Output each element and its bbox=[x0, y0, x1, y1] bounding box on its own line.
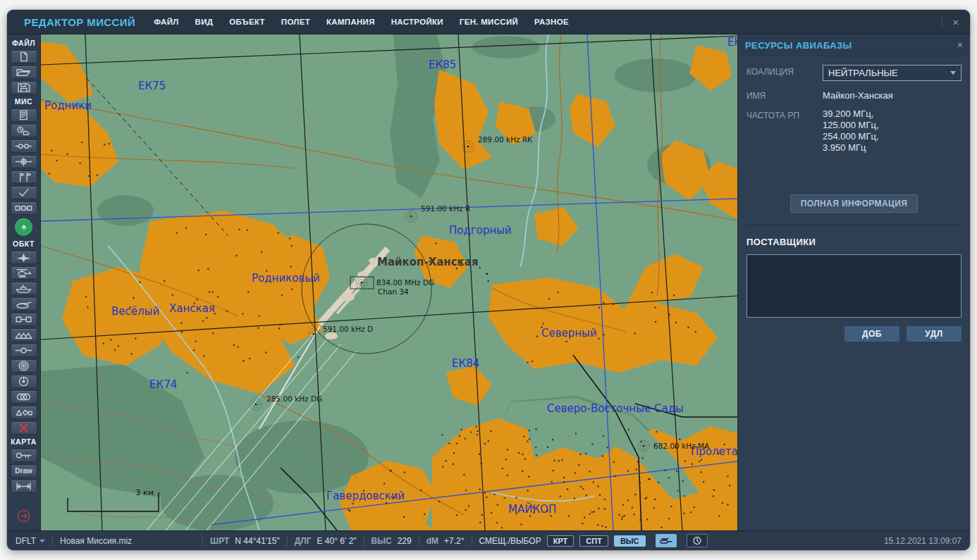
delete-object-button[interactable] bbox=[11, 421, 37, 435]
save-mission-button[interactable] bbox=[11, 81, 37, 94]
menu-misc[interactable]: РАЗНОЕ bbox=[534, 18, 569, 26]
add-ship-button[interactable] bbox=[11, 282, 37, 295]
static-objects-icon bbox=[14, 314, 33, 325]
remove-supplier-button[interactable]: УДЛ bbox=[907, 326, 961, 342]
open-mission-button[interactable] bbox=[11, 66, 37, 79]
profile-selector[interactable]: DFLT bbox=[16, 536, 45, 546]
briefing-button[interactable] bbox=[11, 108, 37, 122]
open-folder-icon bbox=[14, 67, 33, 77]
longitude-label: ДЛГ bbox=[295, 536, 312, 546]
status-bar: DFLT Новая Миссия.miz ШРТ N 44°41'15" ДЛ… bbox=[7, 530, 970, 550]
weather-button[interactable] bbox=[11, 124, 37, 137]
altitude-value: 229 bbox=[398, 536, 412, 546]
top-menu-bar: РЕДАКТОР МИССИЙ ФАЙЛ ВИД ОБЪЕКТ ПОЛЕТ КА… bbox=[7, 10, 970, 35]
add-static-object-button[interactable] bbox=[11, 313, 37, 326]
units-visibility-button[interactable] bbox=[656, 534, 677, 547]
map-label: ЕК bbox=[727, 36, 737, 49]
coalition-select[interactable]: НЕЙТРАЛЬНЫЕ bbox=[823, 65, 961, 81]
map-label: Родники bbox=[44, 99, 92, 112]
ruler-button[interactable] bbox=[11, 480, 37, 493]
circle-mark-icon bbox=[14, 376, 33, 387]
exit-button[interactable] bbox=[16, 509, 31, 526]
menu-view[interactable]: ВИД bbox=[195, 18, 214, 26]
goals-button[interactable] bbox=[11, 186, 37, 199]
declination-label: dM bbox=[426, 536, 438, 546]
add-airplane-button[interactable] bbox=[11, 251, 37, 264]
time-settings-button[interactable] bbox=[687, 534, 708, 547]
toolbar-section-objects: ОБКТ bbox=[13, 239, 35, 248]
longitude-value: E 40° 6' 2" bbox=[317, 536, 357, 546]
menu-settings[interactable]: НАСТРОЙКИ bbox=[391, 18, 443, 26]
trigger-zones-button[interactable] bbox=[11, 201, 37, 215]
altitude-label: ВЫС bbox=[371, 536, 392, 546]
bullseye-button[interactable] bbox=[11, 359, 37, 373]
key-icon bbox=[14, 450, 33, 461]
menu-campaign[interactable]: КАМПАНИЯ bbox=[326, 18, 375, 26]
mission-filename: Новая Миссия.miz bbox=[60, 536, 132, 546]
map-label: ЕК74 bbox=[149, 378, 177, 391]
draw-tool-button[interactable]: Draw bbox=[11, 464, 37, 478]
new-mission-button[interactable] bbox=[11, 50, 37, 63]
chevron-down-icon bbox=[950, 71, 956, 75]
shapes-button[interactable] bbox=[11, 406, 37, 419]
altitude-layer-toggle[interactable]: ВЫС bbox=[614, 535, 646, 547]
menu-file[interactable]: ФАЙЛ bbox=[154, 18, 178, 26]
flags-button[interactable] bbox=[11, 170, 37, 184]
triggers-button[interactable] bbox=[11, 139, 37, 153]
full-info-button[interactable]: ПОЛНАЯ ИНФОРМАЦИЯ bbox=[790, 194, 918, 213]
frequency-line: 254.000 МГц, bbox=[823, 131, 879, 142]
map-canvas[interactable]: 3 км ЕК75ЕК85ЕКЕК74ЕК84РодникиПодгорныйР… bbox=[41, 35, 737, 530]
sead-zones-button[interactable] bbox=[11, 390, 37, 404]
waypoint-icon bbox=[14, 345, 33, 356]
shapes-icon bbox=[14, 407, 33, 418]
briefing-icon bbox=[14, 110, 33, 120]
satellite-layer-toggle[interactable]: СПТ bbox=[579, 535, 608, 547]
add-supplier-button[interactable]: ДОБ bbox=[844, 326, 899, 342]
divider bbox=[419, 536, 419, 546]
unit-icon bbox=[659, 536, 673, 545]
airbase-name-value: Майкоп-Ханская bbox=[823, 89, 893, 101]
add-template-button[interactable] bbox=[11, 328, 37, 342]
map-label: 682.00 kHz MA bbox=[653, 442, 710, 450]
window-close-button[interactable]: × bbox=[952, 17, 959, 27]
left-toolbar: ФАЙЛ МИС ОБКТ КАР bbox=[7, 35, 41, 530]
routes-button[interactable] bbox=[11, 155, 37, 168]
chevron-down-icon bbox=[39, 540, 45, 542]
divider bbox=[52, 536, 53, 546]
ship-icon bbox=[14, 283, 33, 294]
map-key-button[interactable] bbox=[11, 449, 37, 462]
map-label: Весёлый bbox=[111, 305, 159, 318]
menu-mission-gen[interactable]: ГЕН. МИССИЙ bbox=[460, 18, 518, 26]
delete-x-icon bbox=[14, 423, 33, 433]
map-layer-toggle[interactable]: КРТ bbox=[547, 535, 574, 547]
map-label: Ханская bbox=[169, 302, 215, 315]
map-label: 285.00 kHz DG bbox=[266, 394, 322, 403]
toolbar-section-file: ФАЙЛ bbox=[12, 39, 35, 47]
coalition-value: НЕЙТРАЛЬНЫЕ bbox=[828, 68, 898, 78]
menu-object[interactable]: ОБЪЕКТ bbox=[229, 18, 265, 26]
zone-button[interactable] bbox=[11, 375, 37, 388]
suppliers-list[interactable] bbox=[746, 254, 961, 318]
panel-close-button[interactable]: × bbox=[957, 39, 963, 51]
template-icon bbox=[14, 330, 33, 340]
map-label: Родниковый bbox=[252, 272, 320, 285]
airbase-resources-panel: РЕСУРСЫ АВИАБАЗЫ × КОАЛИЦИЯ НЕЙТРАЛЬНЫЕ … bbox=[737, 35, 970, 530]
add-vehicle-button[interactable] bbox=[11, 297, 37, 311]
menu-flight[interactable]: ПОЛЕТ bbox=[281, 18, 310, 26]
frequency-label: ЧАСТОТА РП bbox=[746, 108, 823, 154]
coalition-label: КОАЛИЦИЯ bbox=[746, 65, 823, 81]
fly-mission-button[interactable] bbox=[15, 218, 32, 236]
map-area[interactable]: 3 км ЕК75ЕК85ЕКЕК74ЕК84РодникиПодгорныйР… bbox=[41, 35, 737, 530]
map-label: Майкоп-Ханская bbox=[377, 256, 479, 268]
mode-label: СМЕЩ./ВЫБОР bbox=[479, 536, 541, 546]
map-label: ЕК75 bbox=[138, 80, 166, 92]
add-waypoint-button[interactable] bbox=[11, 344, 37, 357]
profile-value: DFLT bbox=[16, 536, 36, 546]
panel-header: РЕСУРСЫ АВИАБАЗЫ × bbox=[738, 35, 970, 56]
divider bbox=[364, 536, 364, 546]
frequency-line: 125.000 МГц, bbox=[823, 120, 879, 131]
add-helicopter-button[interactable] bbox=[11, 266, 37, 280]
new-file-icon bbox=[14, 51, 33, 62]
map-label: Северо-Восточные Сады bbox=[547, 402, 684, 415]
toolbar-section-map: КАРТА bbox=[11, 437, 37, 446]
